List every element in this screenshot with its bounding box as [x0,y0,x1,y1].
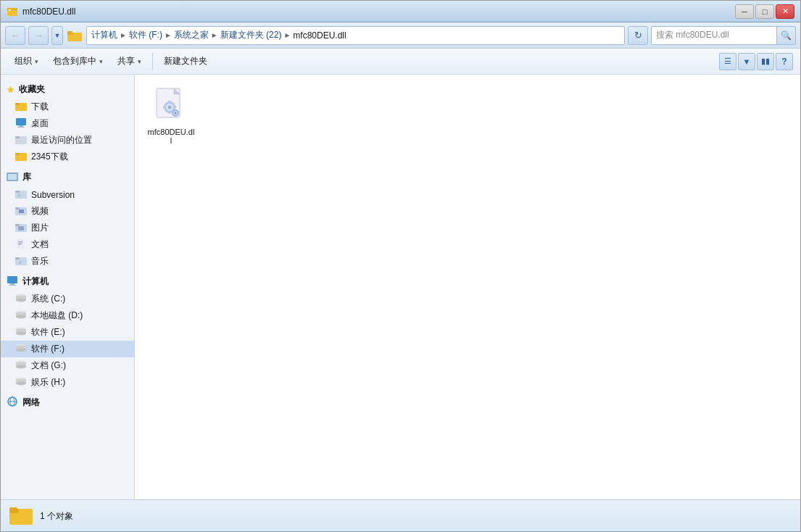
sidebar-item-g-drive[interactable]: 文档 (G:) [1,357,134,374]
sidebar-item-f-drive[interactable]: 软件 (F:) [1,341,134,357]
breadcrumb-fdrive[interactable]: 软件 (F:) [129,29,162,41]
sidebar-item-subversion[interactable]: ≡ Subversion [1,186,134,203]
svg-rect-73 [9,507,17,511]
g-drive-label: 文档 (G:) [31,359,66,372]
svg-rect-66 [163,107,165,109]
breadcrumb-newfolder[interactable]: 新建文件夹 (22) [220,29,282,41]
breadcrumb-current: mfc80DEU.dll [293,30,346,41]
desktop-label: 桌面 [31,117,49,130]
maximize-button[interactable]: □ [755,4,774,19]
share-button[interactable]: 共享 ▾ [111,51,148,72]
svg-text:≡: ≡ [18,193,20,197]
e-drive-label: 软件 (E:) [31,326,65,338]
pane-button[interactable]: ▮▮ [757,53,774,70]
svg-point-44 [16,332,26,336]
network-icon [7,396,18,409]
music-icon: ♪ [15,255,27,267]
help-button[interactable]: ? [776,53,793,70]
svg-rect-16 [8,174,17,180]
file-grid: mfc80DEU.dll [142,82,793,150]
forward-button[interactable]: → [28,26,49,45]
sidebar-item-music[interactable]: ♪ 音乐 [1,253,134,270]
sidebar-item-h-drive[interactable]: 娱乐 (H:) [1,374,134,391]
svg-text:♪: ♪ [19,259,22,265]
video-icon [15,205,27,217]
video-label: 视频 [31,205,49,217]
svg-rect-14 [15,153,20,155]
nav-dropdown[interactable]: ▼ [51,26,63,45]
svg-point-41 [16,315,26,319]
computer-icon [7,275,18,288]
minimize-button[interactable]: ─ [735,4,754,19]
computer-header[interactable]: 计算机 [1,273,134,291]
file-item-dll[interactable]: mfc80DEU.dll [142,82,200,150]
titlebar: mfc80DEU.dll ─ □ ✕ [1,1,800,22]
include-library-button[interactable]: 包含到库中 ▾ [46,51,109,72]
breadcrumb-syzj[interactable]: 系统之家 [174,29,209,41]
toolbar-separator [152,53,153,70]
search-button[interactable]: 🔍 [776,26,795,45]
sidebar-item-image[interactable]: 图片 [1,220,134,236]
g-drive-icon [15,360,27,371]
download-label: 下载 [31,101,49,113]
close-button[interactable]: ✕ [776,4,794,19]
favorites-header[interactable]: ★ 收藏夹 [1,80,134,99]
star-icon: ★ [7,85,14,95]
h-drive-icon [15,377,27,388]
svg-point-63 [168,106,172,109]
sidebar-item-desktop[interactable]: 桌面 [1,115,134,132]
svg-rect-24 [15,224,20,226]
refresh-button[interactable]: ↻ [628,26,648,45]
view-icon-button[interactable]: ☰ [719,53,736,70]
back-button[interactable]: ← [5,26,25,45]
addressbar: ← → ▼ 计算机 ► 软件 (F:) ► 系统之家 ► 新建文件夹 (22) … [1,22,800,49]
library-label: 库 [22,171,31,183]
document-label: 文档 [31,238,49,251]
svg-point-70 [175,112,177,115]
sidebar-item-e-drive[interactable]: 软件 (E:) [1,324,134,341]
recent-icon [15,134,27,146]
sidebar-item-recent[interactable]: 最近访问的位置 [1,132,134,149]
music-label: 音乐 [31,255,49,267]
svg-rect-26 [17,239,24,249]
view-dropdown-button[interactable]: ▼ [738,53,755,70]
share-dropdown-arrow: ▾ [138,58,141,65]
search-input[interactable] [652,30,776,41]
breadcrumb-bar[interactable]: 计算机 ► 软件 (F:) ► 系统之家 ► 新建文件夹 (22) ► mfc8… [86,26,625,45]
organize-label: 组织 [14,55,32,67]
sidebar-item-download[interactable]: 下载 [1,99,134,115]
svg-rect-21 [15,207,20,209]
svg-rect-10 [17,127,25,128]
titlebar-title: mfc80DEU.dll [22,7,75,17]
svg-rect-25 [18,226,24,230]
include-library-label: 包含到库中 [53,55,96,67]
sidebar-item-document[interactable]: 文档 [1,236,134,253]
main-area: ★ 收藏夹 下载 桌面 最近访问的位置 [1,75,800,499]
new-folder-button[interactable]: 新建文件夹 [157,51,214,72]
svg-point-47 [16,349,26,352]
network-header[interactable]: 网络 [1,394,134,412]
svg-rect-33 [7,276,17,283]
library-header[interactable]: 库 [1,168,134,186]
organize-button[interactable]: 组织 ▾ [8,51,45,72]
svg-rect-2 [9,9,11,11]
dll-file-icon [154,87,188,128]
library-section: 库 ≡ Subversion 视频 图片 [1,168,134,270]
titlebar-left: mfc80DEU.dll [7,6,75,17]
breadcrumb-computer[interactable]: 计算机 [91,29,117,41]
2345-icon [15,151,27,163]
search-box[interactable]: 🔍 [651,26,796,45]
sidebar-item-2345[interactable]: 2345下载 [1,149,134,165]
view-controls: ☰ ▼ ▮▮ ? [719,53,793,70]
network-label: 网络 [22,396,40,409]
svg-rect-65 [169,112,171,114]
computer-label: 计算机 [22,275,49,288]
file-name: mfc80DEU.dll [147,128,195,145]
sidebar-item-d-drive[interactable]: 本地磁盘 (D:) [1,307,134,324]
share-label: 共享 [117,55,135,67]
organize-dropdown-arrow: ▾ [35,58,38,65]
sidebar-item-c-drive[interactable]: 系统 (C:) [1,291,134,307]
sidebar-item-video[interactable]: 视频 [1,203,134,220]
toolbar: 组织 ▾ 包含到库中 ▾ 共享 ▾ 新建文件夹 ☰ ▼ ▮▮ ? [1,49,800,75]
svg-rect-22 [19,209,24,213]
